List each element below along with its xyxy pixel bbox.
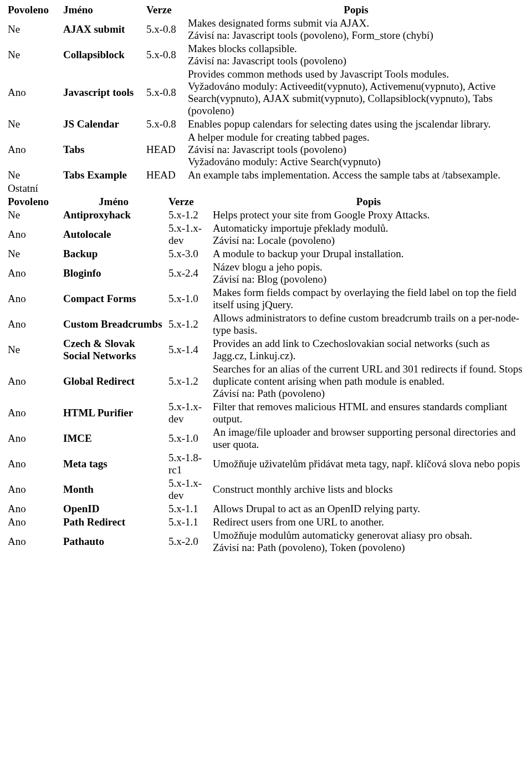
cell-enabled: Ne: [6, 169, 61, 182]
cell-enabled: Ano: [6, 286, 61, 312]
cell-name: Tabs: [61, 131, 144, 169]
cell-desc: Makes designated forms submit via AJAX. …: [186, 17, 526, 42]
cell-version: 5.x-1.2: [166, 312, 211, 337]
cell-name: Javascript tools: [61, 68, 144, 118]
cell-version: 5.x-1.2: [166, 208, 211, 222]
col-name: Jméno: [61, 195, 166, 208]
cell-enabled: Ne: [6, 337, 61, 363]
cell-version: 5.x-1.8-rc1: [166, 451, 211, 477]
cell-enabled: Ano: [6, 312, 61, 337]
cell-name: Pathauto: [61, 529, 166, 554]
cell-version: 5.x-1.0: [166, 286, 211, 312]
cell-desc: Umožňuje uživatelům přidávat meta tagy, …: [211, 451, 526, 477]
cell-enabled: Ano: [6, 451, 61, 477]
cell-desc: A helper module for creating tabbed page…: [186, 131, 526, 169]
cell-name: Backup: [61, 247, 166, 261]
cell-enabled: Ano: [6, 68, 61, 118]
cell-version: 5.x-1.0: [166, 426, 211, 451]
table-row: NeCzech & Slovak Social Networks5.x-1.4P…: [6, 337, 526, 363]
cell-enabled: Ano: [6, 477, 61, 502]
table-row: NeTabs ExampleHEADAn example tabs implem…: [6, 169, 526, 182]
cell-name: Autolocale: [61, 222, 166, 247]
table-row: AnoPath Redirect5.x-1.1Redirect users fr…: [6, 516, 526, 529]
cell-name: HTML Purifier: [61, 400, 166, 426]
cell-desc: An image/file uploader and browser suppo…: [211, 426, 526, 451]
cell-name: Collapsiblock: [61, 42, 144, 68]
cell-version: 5.x-0.8: [144, 42, 186, 68]
table-row: NeAJAX submit5.x-0.8Makes designated for…: [6, 17, 526, 42]
cell-enabled: Ano: [6, 131, 61, 169]
cell-version: 5.x-2.4: [166, 261, 211, 286]
col-enabled: Povoleno: [6, 3, 61, 17]
cell-name: Path Redirect: [61, 516, 166, 529]
cell-desc: Enables popup calendars for selecting da…: [186, 118, 526, 131]
cell-enabled: Ne: [6, 118, 61, 131]
table-row: NeCollapsiblock5.x-0.8Makes blocks colla…: [6, 42, 526, 68]
table-row: NeAntiproxyhack5.x-1.2Helps protect your…: [6, 208, 526, 222]
cell-version: 5.x-1.x-dev: [166, 477, 211, 502]
cell-desc: Makes blocks collapsible. Závisí na: Jav…: [186, 42, 526, 68]
col-enabled: Povoleno: [6, 195, 61, 208]
table-row: AnoPathauto5.x-2.0Umožňuje modulům autom…: [6, 529, 526, 554]
cell-desc: Automaticky importuje překlady modulů. Z…: [211, 222, 526, 247]
cell-enabled: Ne: [6, 247, 61, 261]
table2-header-row: Povoleno Jméno Verze Popis: [6, 195, 526, 208]
table-row: AnoIMCE5.x-1.0An image/file uploader and…: [6, 426, 526, 451]
cell-desc: Umožňuje modulům automaticky generovat a…: [211, 529, 526, 554]
cell-desc: Makes form fields compact by overlaying …: [211, 286, 526, 312]
cell-desc: An example tabs implementation. Access t…: [186, 169, 526, 182]
cell-enabled: Ano: [6, 529, 61, 554]
cell-version: 5.x-0.8: [144, 118, 186, 131]
modules-table-2: Povoleno Jméno Verze Popis NeAntiproxyha…: [6, 195, 526, 554]
cell-name: Meta tags: [61, 451, 166, 477]
table-row: NeBackup5.x-3.0A module to backup your D…: [6, 247, 526, 261]
cell-desc: Provides common methods used by Javascri…: [186, 68, 526, 118]
cell-name: AJAX submit: [61, 17, 144, 42]
cell-version: 5.x-1.x-dev: [166, 400, 211, 426]
cell-version: 5.x-1.x-dev: [166, 222, 211, 247]
cell-desc: Helps protect your site from Google Prox…: [211, 208, 526, 222]
cell-desc: Allows Drupal to act as an OpenID relyin…: [211, 502, 526, 516]
cell-version: 5.x-0.8: [144, 17, 186, 42]
cell-version: 5.x-1.1: [166, 502, 211, 516]
table1-header-row: Povoleno Jméno Verze Popis: [6, 3, 526, 17]
cell-name: Antiproxyhack: [61, 208, 166, 222]
cell-version: 5.x-2.0: [166, 529, 211, 554]
cell-name: Compact Forms: [61, 286, 166, 312]
col-desc: Popis: [186, 3, 526, 17]
cell-enabled: Ano: [6, 502, 61, 516]
cell-desc: Provides an add link to Czechoslovakian …: [211, 337, 526, 363]
cell-name: Czech & Slovak Social Networks: [61, 337, 166, 363]
cell-name: Custom Breadcrumbs: [61, 312, 166, 337]
table-row: AnoJavascript tools5.x-0.8Provides commo…: [6, 68, 526, 118]
table-row: NeJS Calendar5.x-0.8Enables popup calend…: [6, 118, 526, 131]
cell-version: 5.x-0.8: [144, 68, 186, 118]
col-version: Verze: [144, 3, 186, 17]
table-row: AnoTabsHEADA helper module for creating …: [6, 131, 526, 169]
cell-enabled: Ano: [6, 400, 61, 426]
cell-enabled: Ne: [6, 208, 61, 222]
table-row: AnoHTML Purifier5.x-1.x-devFilter that r…: [6, 400, 526, 426]
table-row: AnoGlobal Redirect5.x-1.2Searches for an…: [6, 363, 526, 400]
table-row: AnoAutolocale5.x-1.x-devAutomaticky impo…: [6, 222, 526, 247]
cell-enabled: Ano: [6, 516, 61, 529]
col-version: Verze: [166, 195, 211, 208]
col-name: Jméno: [61, 3, 144, 17]
cell-desc: Filter that removes malicious HTML and e…: [211, 400, 526, 426]
cell-desc: Redirect users from one URL to another.: [211, 516, 526, 529]
cell-version: HEAD: [144, 169, 186, 182]
cell-enabled: Ne: [6, 17, 61, 42]
cell-version: 5.x-1.1: [166, 516, 211, 529]
cell-name: Month: [61, 477, 166, 502]
cell-enabled: Ano: [6, 222, 61, 247]
cell-version: 5.x-3.0: [166, 247, 211, 261]
table-row: AnoCustom Breadcrumbs5.x-1.2Allows admin…: [6, 312, 526, 337]
cell-version: 5.x-1.2: [166, 363, 211, 400]
cell-enabled: Ano: [6, 261, 61, 286]
cell-enabled: Ano: [6, 426, 61, 451]
cell-name: Bloginfo: [61, 261, 166, 286]
cell-desc: Searches for an alias of the current URL…: [211, 363, 526, 400]
cell-version: 5.x-1.4: [166, 337, 211, 363]
modules-table-1: Povoleno Jméno Verze Popis NeAJAX submit…: [6, 3, 526, 182]
cell-name: JS Calendar: [61, 118, 144, 131]
